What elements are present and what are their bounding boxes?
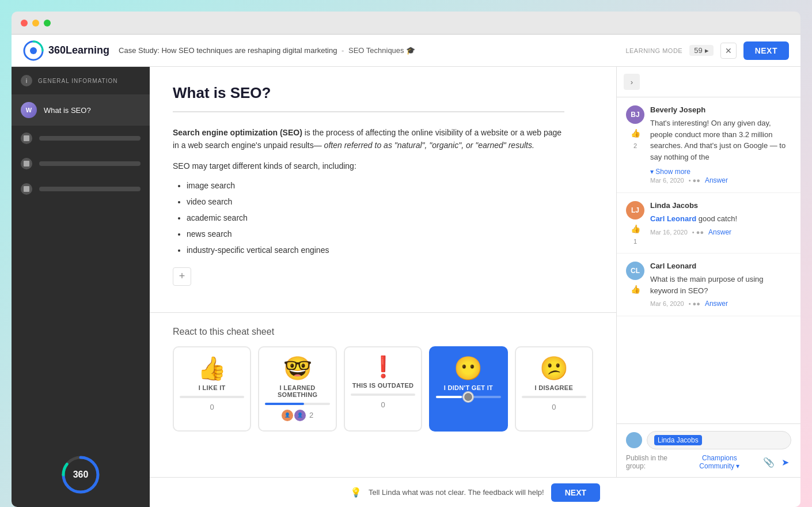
reaction-outdated[interactable]: ❗ THIS IS OUTDATED 0 [344,346,422,432]
next-button-bottom[interactable]: NEXT [551,483,600,502]
reaction-like[interactable]: 👍 I LIKE IT 0 [173,346,251,432]
answer-link-lj[interactable]: Answer [708,228,731,236]
like-label: I LIKE IT [199,384,226,391]
svg-rect-4 [24,186,29,192]
svg-rect-3 [24,161,29,167]
top-header: 360Learning Case Study: How SEO techniqu… [12,35,800,67]
comment-lj-body: Carl Leonard good catch! [650,213,791,225]
disagree-label: I DISAGREE [535,384,574,391]
comment-cl-left: CL 👍 [626,262,644,308]
sidebar-item-4[interactable] [12,176,150,202]
progress-circle: 360 [60,454,101,495]
like-emoji: 👍 [198,357,226,380]
comment-cl: CL 👍 Carl Leonard What is the main purpo… [617,254,800,316]
publish-label: Publish in the group: [626,454,681,470]
next-button-header[interactable]: NEXT [743,41,789,60]
bullet-list: image search video search academic searc… [173,177,564,258]
group-select-button[interactable]: Champions Community ▾ [686,454,753,470]
reaction-learned[interactable]: 🤓 I LEARNED SOMETHING 👤 👤 2 [258,346,336,432]
content-inner: What is SEO? Search engine optimization … [150,67,587,312]
didnt-get-emoji: 😶 [454,357,483,380]
main-layout: i GENERAL INFORMATION W What is SEO? [12,67,800,507]
like-button-cl[interactable]: 👍 [628,282,642,296]
user-avatar-2: 👤 [294,410,306,421]
disagree-emoji: 😕 [540,357,568,380]
content-right-wrapper: What is SEO? Search engine optimization … [150,67,800,507]
react-title: React to this cheat sheet [173,327,593,337]
didnt-get-label: I DIDN'T GET IT [444,384,493,391]
maximize-dot[interactable] [44,20,51,27]
comment-cl-inner: CL 👍 Carl Leonard What is the main purpo… [626,262,791,308]
avatar-bj: BJ [626,105,644,124]
outdated-count: 0 [381,400,385,409]
learned-label: I LEARNED SOMETHING [265,384,329,398]
comment-bj-left: BJ 👍 2 [626,105,644,184]
logo: 360Learning [23,40,109,61]
panel-toggle: › [617,67,800,97]
comment-input-area: Linda Jacobs Publish in the group: Champ… [617,423,800,477]
react-section: React to this cheat sheet 👍 I LIKE IT 0 [150,312,616,445]
like-bar [180,396,244,398]
send-button[interactable]: ➤ [779,455,791,469]
mention-carl: Carl Leonard [650,214,696,223]
bullet-item: news search [187,226,564,242]
reaction-didnt-get[interactable]: 😶 I DIDN'T GET IT [429,346,507,432]
learned-users: 👤 👤 2 [282,410,313,421]
mac-titlebar [12,12,800,35]
sidebar-item-2[interactable] [12,126,150,151]
outdated-label: THIS IS OUTDATED [352,382,414,389]
show-more-bj[interactable]: ▾ Show more [650,168,690,176]
user-avatar-1: 👤 [282,410,293,421]
comments-list: BJ 👍 2 Beverly Joseph That's int [617,97,800,423]
commenter-name-bj: Beverly Joseph [650,105,705,114]
avatar-lj: LJ [626,201,644,220]
comment-lj-meta: Mar 16, 2020 • ●● Answer [650,228,791,236]
comment-bj-body: That's interesting! On any given day, pe… [650,118,791,162]
close-dot[interactable] [21,20,28,27]
svg-rect-2 [24,135,29,141]
target-types-intro: SEO may target different kinds of search… [173,161,564,171]
comment-bj: BJ 👍 2 Beverly Joseph That's int [617,97,800,193]
close-button[interactable]: ✕ [720,43,737,59]
right-panel: › BJ 👍 2 [616,67,800,477]
comment-bj-meta: Mar 6, 2020 • ●● Answer [650,176,791,184]
reaction-disagree[interactable]: 😕 I DISAGREE 0 [515,346,593,432]
content-panel-row: What is SEO? Search engine optimization … [150,67,800,477]
panel-toggle-button[interactable]: › [624,74,640,90]
sidebar-item-3[interactable] [12,151,150,176]
slider-thumb [462,391,474,403]
comment-cl-content: Carl Leonard What is the main purpose of… [650,262,791,308]
didnt-get-bar [436,396,500,398]
comment-lj-content: Linda Jacobs Carl Leonard good catch! Ma… [650,201,791,245]
commenter-name-cl: Carl Leonard [650,262,696,270]
attach-button[interactable]: 📎 [762,455,775,469]
comment-bj-header: Beverly Joseph [650,105,791,114]
comment-lj-header: Linda Jacobs [650,201,791,210]
sidebar-footer: 360 [12,442,150,507]
minimize-dot[interactable] [32,20,39,27]
bullet-item: industry-specific vertical search engine… [187,242,564,258]
learning-mode-label: LEARNING MODE [625,47,682,54]
info-icon: i [21,75,32,86]
like-button-lj[interactable]: 👍 [628,222,642,236]
reaction-cards: 👍 I LIKE IT 0 🤓 I LEARNED SOMETHING [173,346,593,432]
comment-input-box[interactable]: Linda Jacobs [647,431,791,449]
sidebar-item-general-info[interactable]: i GENERAL INFORMATION [12,67,150,95]
comment-lj: LJ 👍 1 Linda Jacobs Carl Leonard [617,193,800,254]
input-avatar [626,432,642,448]
answer-link-cl[interactable]: Answer [705,300,728,308]
bullet-item: academic search [187,210,564,226]
add-content-button[interactable]: + [173,267,191,286]
sidebar-item-what-is-seo[interactable]: W What is SEO? [12,95,150,126]
svg-point-1 [30,47,37,54]
publish-row: Publish in the group: Champions Communit… [626,454,791,470]
like-count-lj: 1 [633,238,637,245]
commenter-name-lj: Linda Jacobs [650,201,698,210]
answer-link-bj[interactable]: Answer [705,176,728,184]
bullet-item: video search [187,194,564,210]
comment-lj-left: LJ 👍 1 [626,201,644,245]
comment-bj-inner: BJ 👍 2 Beverly Joseph That's int [626,105,791,184]
sidebar-avatar: W [21,102,37,118]
like-button-bj[interactable]: 👍 [628,126,642,140]
disagree-bar [522,396,586,398]
